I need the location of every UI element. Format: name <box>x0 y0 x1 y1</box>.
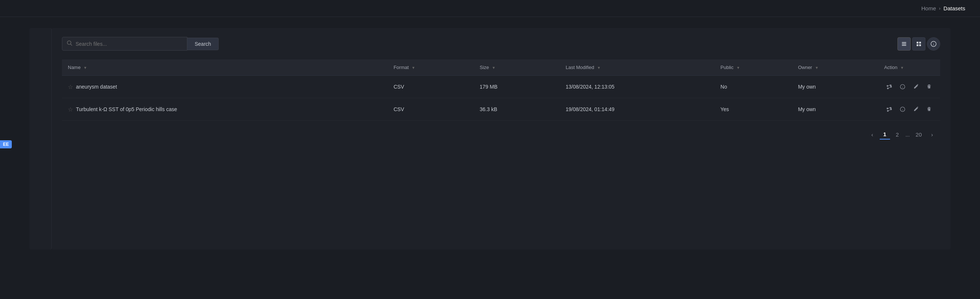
breadcrumb-home[interactable]: Home <box>921 5 936 11</box>
breadcrumb: Home › Datasets <box>921 5 965 11</box>
table-header: Name ▼ Format ▼ Size ▼ Last Modified ▼ P… <box>62 59 940 76</box>
table-body: ☆ aneurysm dataset CSV 179 MB 13/08/2024… <box>62 76 940 121</box>
svg-rect-5 <box>916 42 918 43</box>
cell-public-1: Yes <box>714 98 792 121</box>
cell-name-1: ☆ Turbulent k-Ω SST of 0p5 Periodic hill… <box>62 98 388 121</box>
pagination: ‹ 1 2 ... 20 › <box>62 130 940 139</box>
col-header-last-modified[interactable]: Last Modified ▼ <box>560 59 714 76</box>
search-icon <box>67 40 73 47</box>
top-bar: Home › Datasets <box>0 0 980 17</box>
svg-rect-2 <box>902 42 906 43</box>
cell-action-0: i <box>878 76 940 98</box>
cell-size-1: 36.3 kB <box>474 98 560 121</box>
table-row: ☆ Turbulent k-Ω SST of 0p5 Periodic hill… <box>62 98 940 121</box>
breadcrumb-current: Datasets <box>943 5 965 11</box>
view-controls: i <box>897 37 940 51</box>
svg-text:i: i <box>933 42 934 46</box>
svg-text:i: i <box>902 109 903 111</box>
col-header-format[interactable]: Format ▼ <box>388 59 474 76</box>
table-header-row: Name ▼ Format ▼ Size ▼ Last Modified ▼ P… <box>62 59 940 76</box>
info-detail-button-1[interactable]: i <box>897 104 908 114</box>
edit-button-1[interactable] <box>911 104 921 114</box>
star-button-1[interactable]: ☆ <box>68 106 73 113</box>
cell-name-0: ☆ aneurysm dataset <box>62 76 388 98</box>
col-header-public[interactable]: Public ▼ <box>714 59 792 76</box>
dataset-name-1: Turbulent k-Ω SST of 0p5 Periodic hills … <box>76 106 177 112</box>
col-header-owner[interactable]: Owner ▼ <box>792 59 878 76</box>
pagination-next[interactable]: › <box>927 130 937 139</box>
free-badge: EE <box>0 140 12 149</box>
content-area: Search <box>52 28 950 249</box>
search-area: Search <box>62 37 219 51</box>
star-button-0[interactable]: ☆ <box>68 83 73 90</box>
table-row: ☆ aneurysm dataset CSV 179 MB 13/08/2024… <box>62 76 940 98</box>
cell-owner-1: My own <box>792 98 878 121</box>
pagination-prev[interactable]: ‹ <box>867 130 878 139</box>
search-input[interactable] <box>76 41 183 47</box>
dataset-name-0: aneurysm dataset <box>76 84 117 90</box>
svg-line-1 <box>71 44 72 46</box>
svg-rect-8 <box>919 44 921 46</box>
pagination-page-20[interactable]: 20 <box>913 130 925 139</box>
toolbar: Search <box>62 37 940 51</box>
cell-owner-0: My own <box>792 76 878 98</box>
cell-format-0: CSV <box>388 76 474 98</box>
svg-text:i: i <box>902 86 903 89</box>
cell-format-1: CSV <box>388 98 474 121</box>
cell-public-0: No <box>714 76 792 98</box>
grid-view-button[interactable] <box>912 37 926 51</box>
delete-button-1[interactable] <box>924 104 934 114</box>
info-button[interactable]: i <box>927 37 940 51</box>
svg-rect-7 <box>916 44 918 46</box>
sidebar-strip <box>30 28 52 249</box>
info-detail-button-0[interactable]: i <box>897 82 908 92</box>
pagination-ellipsis: ... <box>905 130 911 139</box>
pagination-page-1[interactable]: 1 <box>880 130 890 139</box>
col-header-name[interactable]: Name ▼ <box>62 59 388 76</box>
svg-rect-3 <box>902 43 906 44</box>
cell-size-0: 179 MB <box>474 76 560 98</box>
cell-action-1: i <box>878 98 940 121</box>
pagination-page-2[interactable]: 2 <box>892 130 902 139</box>
breadcrumb-separator: › <box>939 6 940 11</box>
search-input-wrap <box>62 37 187 51</box>
search-button[interactable]: Search <box>187 38 219 50</box>
data-table: Name ▼ Format ▼ Size ▼ Last Modified ▼ P… <box>62 59 940 121</box>
share-button-1[interactable] <box>884 104 894 114</box>
col-header-action[interactable]: Action ▼ <box>878 59 940 76</box>
share-button-0[interactable] <box>884 82 894 92</box>
list-view-button[interactable] <box>897 37 911 51</box>
main-content: Search <box>0 17 980 261</box>
edit-button-0[interactable] <box>911 82 921 92</box>
svg-rect-4 <box>902 45 906 46</box>
col-header-size[interactable]: Size ▼ <box>474 59 560 76</box>
delete-button-0[interactable] <box>924 82 934 92</box>
cell-lastmod-1: 19/08/2024, 01:14:49 <box>560 98 714 121</box>
cell-lastmod-0: 13/08/2024, 12:13:05 <box>560 76 714 98</box>
svg-rect-6 <box>919 42 921 43</box>
